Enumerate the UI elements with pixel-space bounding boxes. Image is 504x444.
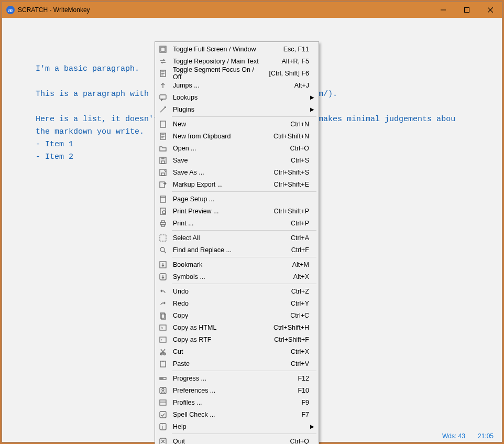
close-button[interactable] xyxy=(478,2,502,18)
menu-item-label: Bookmark xyxy=(170,261,262,268)
menu-item-shortcut: Ctrl+F xyxy=(262,246,317,254)
menu-item-label: Lookups xyxy=(170,94,317,101)
doc-icon xyxy=(156,69,170,78)
menu-item-toggle-fullscreen[interactable]: Toggle Full Screen / WindowEsc, F11 xyxy=(156,43,317,55)
profiles-icon xyxy=(156,398,170,407)
svg-line-31 xyxy=(164,251,166,253)
menu-item-label: Toggle Full Screen / Window xyxy=(170,46,262,53)
menu-item-preferences[interactable]: Preferences ...F10 xyxy=(156,384,317,396)
svg-text:h: h xyxy=(161,326,163,330)
menu-item-redo[interactable]: RedoCtrl+Y xyxy=(156,297,317,309)
svg-point-25 xyxy=(162,211,166,214)
open-icon xyxy=(156,144,170,153)
menu-item-shortcut: Ctrl+C xyxy=(262,312,317,319)
menu-item-shortcut: Ctrl+P xyxy=(262,220,317,227)
svg-rect-17 xyxy=(161,161,165,164)
svg-point-30 xyxy=(160,247,165,252)
submenu-arrow-icon: ▶ xyxy=(310,94,314,100)
svg-rect-29 xyxy=(160,235,166,241)
submenu-arrow-icon: ▶ xyxy=(310,424,314,429)
titlebar[interactable]: m SCRATCH - WriteMonkey xyxy=(2,2,502,18)
new-icon xyxy=(156,120,170,128)
menu-item-page-setup[interactable]: Page Setup ... xyxy=(156,193,317,205)
menu-item-shortcut: Esc, F11 xyxy=(262,46,317,53)
menu-item-label: Open ... xyxy=(170,145,262,152)
minimize-button[interactable] xyxy=(431,2,455,18)
menu-item-label: Print Preview ... xyxy=(170,208,262,215)
comment-icon xyxy=(156,93,170,102)
menu-item-save-as[interactable]: Save As ...Ctrl+Shift+S xyxy=(156,166,317,178)
menu-item-quit[interactable]: QuitCtrl+Q xyxy=(156,435,317,444)
select-icon xyxy=(156,234,170,242)
export-icon xyxy=(156,180,170,189)
menu-item-lookups[interactable]: Lookups▶ xyxy=(156,91,317,103)
menu-item-shortcut: Ctrl+N xyxy=(262,121,317,128)
menu-item-label: Plugins xyxy=(170,106,317,113)
paste-icon xyxy=(156,360,170,368)
menu-item-copy-rtf[interactable]: rCopy as RTFCtrl+Shift+F xyxy=(156,333,317,345)
menu-item-plugins[interactable]: Plugins▶ xyxy=(156,103,317,115)
menu-item-label: Quit xyxy=(170,438,262,445)
saveas-icon xyxy=(156,168,170,177)
menu-item-label: Copy xyxy=(170,312,262,319)
menu-item-label: Help xyxy=(170,423,317,430)
menu-separator xyxy=(172,434,316,434)
menu-item-print[interactable]: Print ...Ctrl+P xyxy=(156,217,317,229)
menu-item-label: Preferences ... xyxy=(170,387,262,394)
menu-item-shortcut: Ctrl+A xyxy=(262,234,317,242)
menu-item-markup-export[interactable]: Markup Export ...Ctrl+Shift+E xyxy=(156,178,317,190)
prefs-icon xyxy=(156,386,170,395)
menu-item-new-clipboard[interactable]: New from ClipboardCtrl+Shift+N xyxy=(156,130,317,142)
client-area: I'm a basic paragraph. This is a paragra… xyxy=(2,18,502,442)
menu-item-profiles[interactable]: Profiles ...F9 xyxy=(156,396,317,408)
svg-rect-21 xyxy=(160,182,165,188)
progress-icon xyxy=(156,374,170,383)
menu-item-spell-check[interactable]: Spell Check ...F7 xyxy=(156,408,317,420)
menu-item-label: Undo xyxy=(170,288,262,295)
menu-item-print-preview[interactable]: Print Preview ...Ctrl+Shift+P xyxy=(156,205,317,217)
menu-item-shortcut: Alt+M xyxy=(262,261,317,268)
swap-icon xyxy=(156,57,170,66)
fullscreen-icon xyxy=(156,45,170,53)
menu-item-help[interactable]: iHelp▶ xyxy=(156,420,317,432)
menu-item-label: New from Clipboard xyxy=(170,133,262,140)
menu-item-copy-html[interactable]: hCopy as HTMLCtrl+Shift+H xyxy=(156,321,317,333)
menu-item-progress[interactable]: Progress ...F12 xyxy=(156,372,317,384)
cut-icon xyxy=(156,348,170,356)
menu-item-open[interactable]: Open ...Ctrl+O xyxy=(156,142,317,154)
menu-item-find-replace[interactable]: Find and Replace ...Ctrl+F xyxy=(156,244,317,256)
menu-item-copy[interactable]: CopyCtrl+C xyxy=(156,309,317,321)
find-icon xyxy=(156,246,170,254)
menu-item-shortcut: Ctrl+V xyxy=(262,360,317,367)
preview-icon xyxy=(156,207,170,215)
menu-item-shortcut: Ctrl+Shift+H xyxy=(262,324,317,331)
status-word-count[interactable]: Wds: 43 xyxy=(442,432,465,440)
menu-separator xyxy=(172,284,316,284)
page-icon xyxy=(156,195,170,203)
menu-item-shortcut: F12 xyxy=(262,375,317,382)
undo-icon xyxy=(156,287,170,296)
menu-item-shortcut: Ctrl+Shift+F xyxy=(262,336,317,343)
menu-item-jumps[interactable]: Jumps ...Alt+J xyxy=(156,79,317,91)
context-menu[interactable]: Toggle Full Screen / WindowEsc, F11Toggl… xyxy=(155,41,319,444)
maximize-button[interactable] xyxy=(455,2,478,18)
window-title: SCRATCH - WriteMonkey xyxy=(18,6,90,14)
submenu-arrow-icon: ▶ xyxy=(310,106,314,112)
menu-item-paste[interactable]: PasteCtrl+V xyxy=(156,358,317,370)
menu-item-bookmark[interactable]: BookmarkAlt+M xyxy=(156,258,317,270)
menu-item-label: Print ... xyxy=(170,220,262,227)
menu-item-undo[interactable]: UndoCtrl+Z xyxy=(156,285,317,297)
menu-item-toggle-segment[interactable]: Toggle Segment Focus On / Off[Ctrl, Shif… xyxy=(156,67,317,79)
copy-icon xyxy=(156,311,170,320)
menu-item-save[interactable]: SaveCtrl+S xyxy=(156,154,317,166)
menu-item-symbols[interactable]: Symbols ...Alt+X xyxy=(156,270,317,283)
menu-item-cut[interactable]: CutCtrl+X xyxy=(156,345,317,358)
menu-item-label: Spell Check ... xyxy=(170,411,262,418)
svg-rect-43 xyxy=(162,361,164,362)
status-time[interactable]: 21:05 xyxy=(478,432,494,440)
menu-separator xyxy=(172,191,316,192)
menu-item-select-all[interactable]: Select AllCtrl+A xyxy=(156,232,317,244)
menu-item-new[interactable]: NewCtrl+N xyxy=(156,118,317,130)
menu-item-label: Copy as HTML xyxy=(170,324,262,331)
menu-item-label: New xyxy=(170,121,262,128)
